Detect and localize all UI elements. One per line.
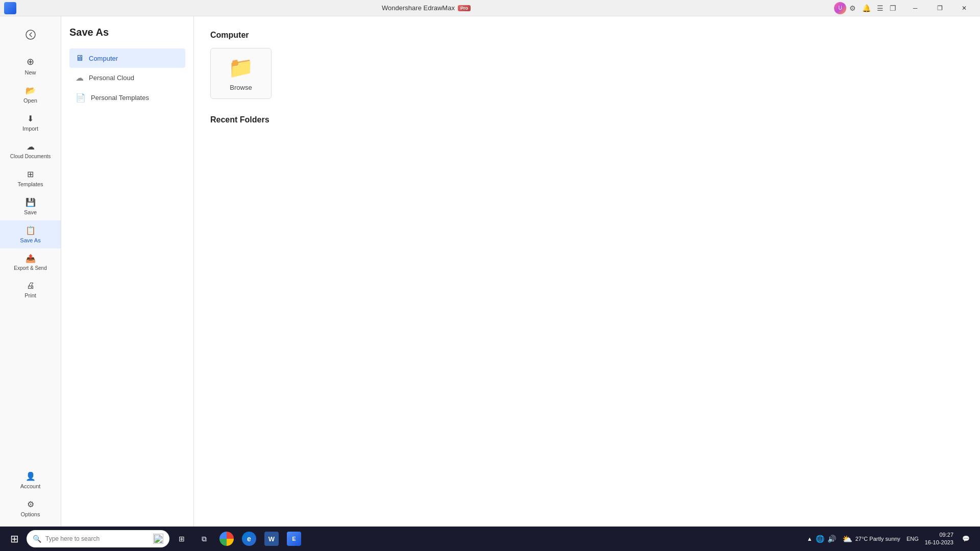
sidebar-label-save: Save	[24, 209, 37, 215]
import-icon: ⬇	[27, 114, 34, 123]
sidebar-item-new[interactable]: ⊕ New	[0, 51, 61, 81]
browse-grid: 📁 Browse	[210, 48, 964, 99]
taskbar-clock[interactable]: 09:27 16-10-2023	[925, 531, 953, 547]
sidebar-label-options: Options	[21, 511, 40, 517]
taskbar-app-edraw[interactable]: E	[284, 529, 304, 549]
app-title: Wondershare EdrawMax	[382, 4, 455, 12]
taskbar: ⊞ 🔍 ⊞ ⧉ e W E ▲ 🌐 🔊 ⛅ 27°C Partly sunny …	[0, 527, 980, 551]
recent-folders-title: Recent Folders	[210, 115, 964, 124]
time-display: 09:27	[925, 531, 953, 539]
option-personal-cloud-label: Personal Cloud	[89, 74, 134, 82]
start-button[interactable]: ⊞	[4, 529, 24, 549]
sidebar-item-templates[interactable]: ⊞ Templates	[0, 164, 61, 192]
lang-text: ENG	[906, 536, 919, 542]
widget-button[interactable]: ⊞	[172, 529, 192, 549]
sidebar-item-cloud[interactable]: ☁ Cloud Documents	[0, 137, 61, 164]
browse-card[interactable]: 📁 Browse	[210, 48, 272, 99]
option-personal-cloud[interactable]: ☁ Personal Cloud	[69, 68, 185, 88]
close-button[interactable]: ✕	[952, 0, 976, 16]
search-input[interactable]	[45, 535, 149, 542]
date-display: 16-10-2023	[925, 539, 953, 546]
copy-icon[interactable]: ❐	[888, 3, 898, 13]
sidebar-item-account[interactable]: 👤 Account	[0, 466, 61, 494]
svg-point-0	[26, 30, 35, 39]
task-view-button[interactable]: ⧉	[194, 529, 214, 549]
sidebar-label-account: Account	[20, 483, 41, 489]
title-bar-left	[4, 2, 18, 14]
option-personal-templates[interactable]: 📄 Personal Templates	[69, 88, 185, 108]
taskbar-search-box[interactable]: 🔍	[27, 530, 169, 547]
title-bar-center: Wondershare EdrawMax Pro	[18, 4, 834, 12]
sidebar-label-cloud: Cloud Documents	[10, 154, 51, 159]
start-icon: ⊞	[10, 533, 19, 545]
folder-icon: 📁	[228, 56, 254, 80]
back-button[interactable]	[18, 22, 43, 47]
weather-area[interactable]: ⛅ 27°C Partly sunny	[842, 534, 900, 544]
taskbar-app-edge[interactable]: e	[239, 529, 259, 549]
network-icon: 🌐	[816, 535, 824, 543]
app-body: ⊕ New 📂 Open ⬇ Import ☁ Cloud Documents …	[0, 16, 980, 527]
search-icon: 🔍	[33, 535, 41, 543]
sidebar-bottom: 👤 Account ⚙ Options	[0, 466, 61, 527]
save-as-title: Save As	[69, 27, 185, 38]
up-arrow-icon[interactable]: ▲	[807, 536, 813, 542]
title-bar-right: U ⚙ 🔔 ☰ ❐ ─ ❐ ✕	[834, 0, 976, 16]
taskbar-system-area: ▲ 🌐 🔊	[807, 535, 836, 543]
language-indicator[interactable]: ENG	[906, 536, 919, 542]
computer-section-title: Computer	[210, 31, 964, 40]
sidebar-label-templates: Templates	[17, 181, 43, 187]
open-icon: 📂	[26, 86, 36, 95]
avatar: U	[834, 2, 846, 14]
menu-icon[interactable]: ☰	[875, 3, 886, 13]
templates-icon: ⊞	[27, 169, 34, 179]
cloud-icon: ☁	[27, 142, 35, 152]
sidebar-item-export[interactable]: 📤 Export & Send	[0, 248, 61, 276]
sidebar-item-import[interactable]: ⬇ Import	[0, 109, 61, 137]
sidebar-label-import: Import	[22, 126, 38, 132]
export-icon: 📤	[26, 254, 36, 263]
sidebar-narrow: ⊕ New 📂 Open ⬇ Import ☁ Cloud Documents …	[0, 16, 61, 527]
notification-center-button[interactable]: 💬	[955, 529, 976, 549]
notification-icon[interactable]: 🔔	[860, 3, 873, 13]
sidebar-label-new: New	[24, 69, 36, 76]
computer-icon: 🖥	[76, 54, 84, 63]
settings-icon[interactable]: ⚙	[847, 3, 858, 13]
toolbar-icons: ⚙ 🔔 ☰ ❐	[847, 3, 898, 13]
sidebar-item-save[interactable]: 💾 Save	[0, 192, 61, 220]
sidebar-label-print: Print	[24, 292, 36, 298]
option-computer-label: Computer	[89, 55, 118, 62]
sidebar-label-saveas: Save As	[20, 237, 40, 243]
sidebar-label-export: Export & Send	[14, 265, 46, 271]
save-icon: 💾	[26, 197, 36, 207]
account-icon: 👤	[26, 471, 36, 481]
sidebar-item-options[interactable]: ⚙ Options	[0, 494, 61, 522]
search-mascot	[153, 534, 163, 544]
saveas-icon: 📋	[26, 226, 36, 235]
print-icon: 🖨	[27, 281, 35, 290]
sidebar-item-open[interactable]: 📂 Open	[0, 81, 61, 109]
weather-icon: ⛅	[842, 534, 852, 544]
option-personal-templates-label: Personal Templates	[91, 94, 149, 102]
main-content: Computer 📁 Browse Recent Folders	[194, 16, 980, 527]
browse-label: Browse	[230, 84, 252, 91]
pro-badge: Pro	[458, 5, 471, 11]
new-icon: ⊕	[27, 56, 34, 67]
minimize-button[interactable]: ─	[903, 0, 927, 16]
title-bar: Wondershare EdrawMax Pro U ⚙ 🔔 ☰ ❐ ─ ❐ ✕	[0, 0, 980, 16]
option-computer[interactable]: 🖥 Computer	[69, 48, 185, 68]
taskbar-app-word[interactable]: W	[261, 529, 282, 549]
save-as-panel: Save As 🖥 Computer ☁ Personal Cloud 📄 Pe…	[61, 16, 194, 527]
volume-icon: 🔊	[827, 535, 836, 543]
sidebar-item-saveas[interactable]: 📋 Save As	[0, 220, 61, 248]
sidebar-item-print[interactable]: 🖨 Print	[0, 276, 61, 304]
personal-cloud-icon: ☁	[76, 73, 84, 83]
taskbar-app-chrome[interactable]	[216, 529, 237, 549]
options-icon: ⚙	[27, 499, 34, 509]
restore-button[interactable]: ❐	[928, 0, 951, 16]
personal-templates-icon: 📄	[76, 93, 86, 103]
sidebar-label-open: Open	[23, 97, 37, 104]
weather-text: 27°C Partly sunny	[855, 536, 900, 542]
